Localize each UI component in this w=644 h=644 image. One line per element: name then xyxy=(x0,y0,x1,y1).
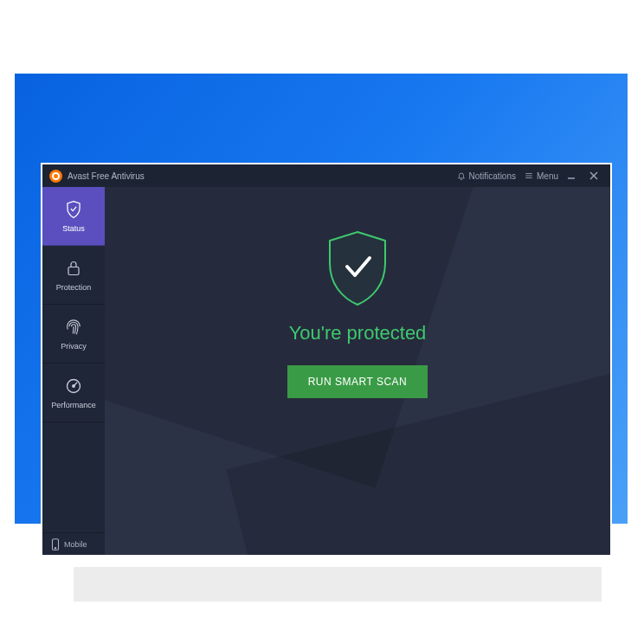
background-shadow xyxy=(74,567,602,602)
sidebar-item-performance[interactable]: Performance xyxy=(42,364,105,422)
sidebar-label-performance: Performance xyxy=(51,401,96,409)
shield-check-icon xyxy=(64,200,83,219)
app-window: Avast Free Antivirus Notifications Menu xyxy=(41,163,612,557)
app-title: Avast Free Antivirus xyxy=(68,171,145,181)
main-panel: You're protected RUN SMART SCAN xyxy=(105,187,610,555)
mobile-icon xyxy=(51,538,60,551)
avast-logo-icon xyxy=(49,170,62,183)
minimize-button[interactable] xyxy=(562,171,581,180)
sidebar-item-protection[interactable]: Protection xyxy=(42,246,105,305)
close-button[interactable] xyxy=(584,171,603,180)
sidebar-label-privacy: Privacy xyxy=(61,342,87,351)
title-bar: Avast Free Antivirus Notifications Menu xyxy=(42,164,610,187)
menu-button[interactable]: Menu xyxy=(525,171,558,181)
svg-point-8 xyxy=(73,384,75,387)
notifications-label: Notifications xyxy=(469,171,516,181)
sidebar-label-status: Status xyxy=(62,224,85,233)
sidebar: Status Protection xyxy=(42,187,105,555)
bell-icon xyxy=(457,171,466,180)
notifications-button[interactable]: Notifications xyxy=(457,171,516,181)
fingerprint-icon xyxy=(64,318,83,337)
lock-icon xyxy=(64,259,83,278)
menu-label: Menu xyxy=(537,171,558,181)
hamburger-icon xyxy=(525,171,533,180)
gauge-icon xyxy=(64,377,83,396)
svg-rect-6 xyxy=(68,267,79,274)
status-shield-icon xyxy=(323,229,392,308)
sidebar-label-protection: Protection xyxy=(56,283,92,292)
run-smart-scan-button[interactable]: RUN SMART SCAN xyxy=(287,365,428,398)
sidebar-item-privacy[interactable]: Privacy xyxy=(42,305,105,364)
status-message: You're protected xyxy=(289,322,427,345)
sidebar-item-status[interactable]: Status xyxy=(42,187,105,246)
sidebar-label-mobile: Mobile xyxy=(64,540,87,549)
svg-point-10 xyxy=(55,547,55,548)
sidebar-item-mobile[interactable]: Mobile xyxy=(42,532,105,555)
